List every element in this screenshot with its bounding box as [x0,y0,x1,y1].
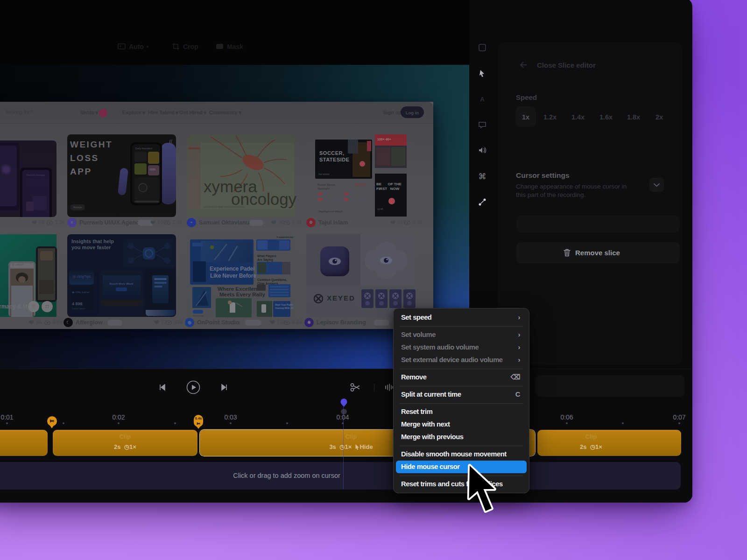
svg-text:A: A [480,96,485,103]
svg-text:⌘: ⌘ [479,172,486,181]
